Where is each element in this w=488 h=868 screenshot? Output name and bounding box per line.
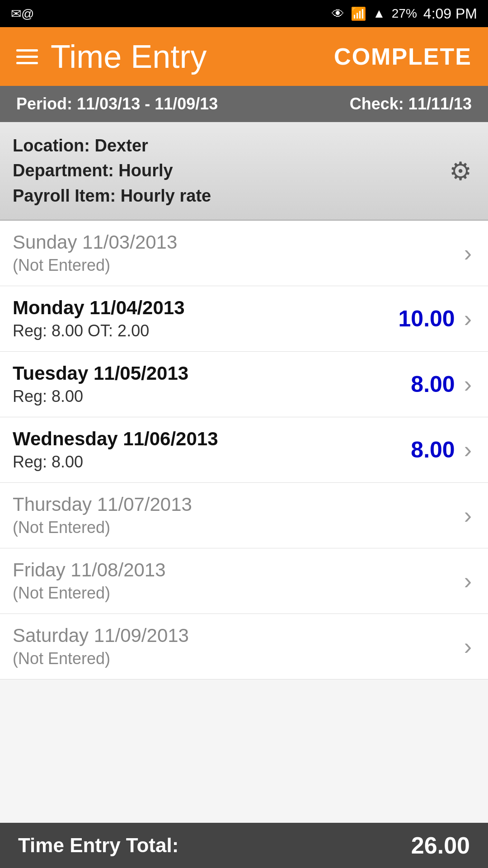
day-right: 8.00› [411, 371, 472, 398]
day-right: 8.00› [411, 436, 472, 463]
day-left: Saturday 11/09/2013(Not Entered) [13, 625, 189, 668]
day-sub: (Not Entered) [13, 584, 166, 603]
day-list-item[interactable]: Saturday 11/09/2013(Not Entered)› [0, 614, 488, 679]
day-list-item[interactable]: Monday 11/04/2013Reg: 8.00 OT: 2.0010.00… [0, 286, 488, 352]
total-value: 26.00 [411, 832, 470, 859]
complete-button[interactable]: COMPLETE [334, 43, 472, 70]
day-right: 10.00› [399, 305, 472, 332]
day-list-item[interactable]: Sunday 11/03/2013(Not Entered)› [0, 221, 488, 286]
info-section: Location: Dexter Department: Hourly Payr… [0, 122, 488, 221]
day-sub: Reg: 8.00 [13, 453, 218, 472]
day-left: Thursday 11/07/2013(Not Entered) [13, 494, 192, 537]
day-sub: (Not Entered) [13, 256, 177, 275]
day-name: Sunday 11/03/2013 [13, 231, 177, 253]
day-list-item[interactable]: Wednesday 11/06/2013Reg: 8.008.00› [0, 417, 488, 483]
menu-icon[interactable] [16, 49, 38, 64]
header-left: Time Entry [16, 38, 206, 75]
day-name: Monday 11/04/2013 [13, 297, 185, 319]
day-left: Tuesday 11/05/2013Reg: 8.00 [13, 363, 188, 406]
day-name: Saturday 11/09/2013 [13, 625, 189, 646]
day-right: › [464, 567, 472, 594]
chevron-right-icon: › [464, 502, 472, 529]
day-list-item[interactable]: Thursday 11/07/2013(Not Entered)› [0, 483, 488, 548]
day-name: Thursday 11/07/2013 [13, 494, 192, 515]
location-text: Location: Dexter [13, 135, 211, 157]
email-icon: ✉@ [11, 6, 34, 21]
day-name: Friday 11/08/2013 [13, 559, 166, 581]
day-total: 8.00 [411, 437, 455, 463]
chevron-right-icon: › [464, 633, 472, 660]
day-total: 10.00 [399, 306, 455, 332]
chevron-right-icon: › [464, 436, 472, 463]
status-time: 4:09 PM [423, 5, 477, 22]
day-right: › [464, 633, 472, 660]
day-right: › [464, 240, 472, 267]
day-left: Wednesday 11/06/2013Reg: 8.00 [13, 428, 218, 472]
status-bar: ✉@ 👁 📶 ▲ 27% 4:09 PM [0, 0, 488, 27]
period-text: Period: 11/03/13 - 11/09/13 [16, 94, 218, 113]
day-sub: Reg: 8.00 OT: 2.00 [13, 321, 185, 340]
signal-icon: ▲ [373, 6, 385, 21]
day-left: Sunday 11/03/2013(Not Entered) [13, 231, 177, 275]
app-header: Time Entry COMPLETE [0, 27, 488, 86]
day-sub: Reg: 8.00 [13, 387, 188, 406]
footer-spacer [0, 679, 488, 707]
day-list: Sunday 11/03/2013(Not Entered)›Monday 11… [0, 221, 488, 679]
day-list-item[interactable]: Friday 11/08/2013(Not Entered)› [0, 548, 488, 614]
status-bar-left: ✉@ [11, 6, 34, 21]
settings-icon[interactable]: ⚙ [449, 156, 472, 186]
chevron-right-icon: › [464, 305, 472, 332]
period-bar: Period: 11/03/13 - 11/09/13 Check: 11/11… [0, 86, 488, 122]
total-footer: Time Entry Total: 26.00 [0, 823, 488, 868]
page-title: Time Entry [51, 38, 206, 75]
day-name: Wednesday 11/06/2013 [13, 428, 218, 450]
day-name: Tuesday 11/05/2013 [13, 363, 188, 384]
total-label: Time Entry Total: [18, 834, 178, 857]
day-left: Monday 11/04/2013Reg: 8.00 OT: 2.00 [13, 297, 185, 340]
day-sub: (Not Entered) [13, 649, 189, 668]
chevron-right-icon: › [464, 371, 472, 398]
chevron-right-icon: › [464, 567, 472, 594]
payroll-item-text: Payroll Item: Hourly rate [13, 185, 211, 207]
day-right: › [464, 502, 472, 529]
day-sub: (Not Entered) [13, 518, 192, 537]
battery-text: 27% [392, 6, 417, 21]
info-text-block: Location: Dexter Department: Hourly Payr… [13, 135, 211, 207]
check-text: Check: 11/11/13 [350, 94, 472, 113]
day-total: 8.00 [411, 371, 455, 397]
day-left: Friday 11/08/2013(Not Entered) [13, 559, 166, 603]
eye-icon: 👁 [332, 6, 344, 21]
day-list-item[interactable]: Tuesday 11/05/2013Reg: 8.008.00› [0, 352, 488, 417]
chevron-right-icon: › [464, 240, 472, 267]
department-text: Department: Hourly [13, 160, 211, 182]
status-bar-right: 👁 📶 ▲ 27% 4:09 PM [332, 5, 477, 22]
wifi-icon: 📶 [351, 6, 366, 21]
